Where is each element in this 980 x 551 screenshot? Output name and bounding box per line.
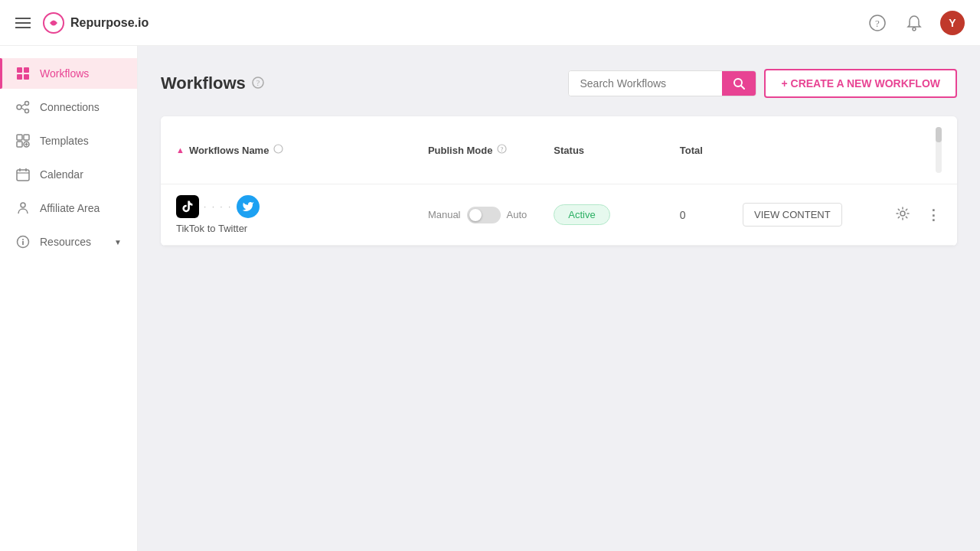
help-icon[interactable]: ?	[867, 12, 888, 34]
col-header-status: Status	[554, 145, 679, 156]
more-options-icon[interactable]: ⋮	[926, 207, 940, 223]
svg-rect-19	[17, 170, 29, 181]
header-right: ? Y	[867, 11, 965, 35]
workflows-icon	[15, 66, 31, 81]
svg-point-23	[21, 203, 25, 207]
svg-rect-13	[17, 135, 22, 140]
status-badge: Active	[554, 204, 609, 225]
settings-icon[interactable]	[896, 210, 910, 223]
svg-point-9	[25, 102, 29, 106]
connector-dots: · · · ·	[204, 201, 232, 212]
notification-icon[interactable]	[903, 12, 925, 34]
workflows-table: ▲ Workflows Name Publish Mode ?	[161, 116, 957, 246]
sort-up-icon: ▲	[176, 145, 185, 155]
col-name-help[interactable]	[273, 144, 283, 156]
manual-label: Manual	[428, 209, 461, 220]
workflow-icons: · · · ·	[176, 195, 428, 218]
svg-line-30	[741, 86, 744, 89]
status-cell: Active	[554, 204, 679, 225]
calendar-icon	[15, 167, 31, 182]
workflow-name-label: TikTok to Twitter	[176, 223, 428, 234]
toggle-thumb	[469, 209, 482, 221]
resources-label: Resources	[40, 236, 91, 248]
col-mode-help[interactable]: ?	[497, 144, 507, 156]
svg-point-8	[17, 105, 21, 109]
sidebar-item-workflows[interactable]: Workflows	[0, 58, 137, 89]
search-icon	[733, 77, 745, 90]
tiktok-icon	[176, 195, 199, 218]
page-title-row: Workflows ?	[161, 73, 264, 93]
connections-label: Connections	[40, 101, 100, 113]
publish-mode-cell: Manual Auto	[428, 207, 554, 223]
svg-rect-6	[17, 74, 22, 80]
svg-line-12	[21, 108, 25, 110]
publish-mode-toggle[interactable]	[467, 207, 501, 223]
sidebar-gradient	[0, 260, 137, 539]
col-header-total: Total	[680, 145, 743, 156]
templates-icon	[15, 133, 31, 148]
col-header-name: ▲ Workflows Name	[176, 144, 428, 156]
create-workflow-button[interactable]: + CREATE A NEW WORKFLOW	[764, 69, 957, 98]
svg-point-10	[25, 109, 29, 113]
layout: Workflows Connections	[0, 46, 980, 551]
more-options-cell: ⋮	[926, 207, 942, 223]
svg-line-11	[21, 104, 25, 106]
workflow-name-cell: · · · · TikTok to Twitter	[176, 195, 428, 234]
logo-text: Repurpose.io	[70, 16, 149, 30]
col-header-mode: Publish Mode ?	[428, 144, 554, 156]
header: Repurpose.io ? Y	[0, 0, 980, 46]
header-left: Repurpose.io	[15, 12, 149, 34]
sidebar-item-affiliate[interactable]: Affiliate Area	[0, 193, 137, 223]
connections-icon	[15, 99, 31, 115]
svg-rect-15	[17, 142, 22, 147]
sidebar: Workflows Connections	[0, 46, 138, 551]
col-name-icon	[273, 144, 283, 154]
svg-point-3	[913, 28, 916, 31]
resources-icon	[15, 234, 31, 249]
logo: Repurpose.io	[43, 12, 149, 34]
sidebar-item-resources[interactable]: Resources ▼	[0, 227, 137, 257]
auto-label: Auto	[507, 209, 528, 220]
sidebar-item-templates[interactable]: Templates	[0, 126, 137, 156]
svg-rect-4	[17, 67, 22, 73]
svg-point-31	[274, 145, 283, 153]
header-actions: + CREATE A NEW WORKFLOW	[568, 69, 957, 98]
settings-cell	[896, 207, 926, 223]
twitter-icon	[237, 195, 260, 218]
col-header-more	[926, 127, 942, 173]
resources-expand-icon: ▼	[114, 238, 122, 246]
calendar-label: Calendar	[40, 168, 83, 181]
affiliate-label: Affiliate Area	[40, 202, 100, 214]
page-help-icon[interactable]: ?	[252, 77, 264, 91]
sidebar-item-connections[interactable]: Connections	[0, 92, 137, 122]
table-header: ▲ Workflows Name Publish Mode ?	[161, 116, 957, 184]
svg-text:?: ?	[256, 79, 260, 87]
search-input[interactable]	[569, 71, 722, 96]
svg-point-26	[22, 239, 24, 240]
svg-rect-14	[24, 135, 29, 140]
svg-rect-7	[24, 74, 29, 80]
search-box	[568, 70, 756, 96]
svg-point-34	[900, 211, 905, 216]
templates-label: Templates	[40, 135, 89, 147]
user-avatar[interactable]: Y	[940, 11, 965, 35]
total-cell: 0	[680, 209, 743, 221]
view-content-button[interactable]: VIEW CONTENT	[743, 203, 842, 227]
sidebar-item-calendar[interactable]: Calendar	[0, 159, 137, 190]
view-content-cell: VIEW CONTENT	[743, 203, 896, 227]
svg-rect-5	[24, 67, 29, 73]
svg-text:?: ?	[875, 18, 880, 29]
hamburger-menu[interactable]	[15, 18, 31, 28]
svg-text:?: ?	[501, 146, 504, 153]
logo-icon	[43, 12, 64, 34]
table-row: · · · · TikTok to Twitter Manual	[161, 184, 957, 246]
col-mode-icon: ?	[497, 144, 507, 154]
main-content: Workflows ?	[138, 46, 980, 551]
page-header: Workflows ?	[161, 69, 957, 98]
page-title: Workflows	[161, 73, 246, 93]
workflows-label: Workflows	[40, 67, 89, 80]
affiliate-icon	[15, 201, 31, 216]
search-button[interactable]	[722, 71, 756, 96]
